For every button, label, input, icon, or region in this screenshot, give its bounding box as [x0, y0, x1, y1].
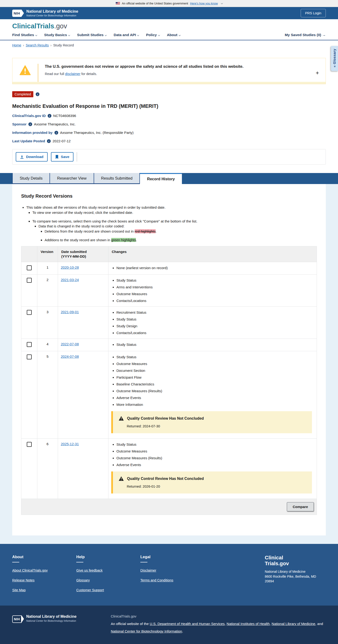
footer-link-disclaimer[interactable]: Disclaimer [140, 568, 205, 572]
official-link-u-s-department-of-health-and-human-services[interactable]: U.S. Department of Health and Human Serv… [150, 622, 225, 626]
breadcrumb: Home › Search Results › Study Record [0, 40, 338, 50]
footer-address: 8600 Rockville Pike, Bethesda, MD 20894 [265, 574, 326, 584]
version-date-link[interactable]: 2025-12-31 [61, 442, 79, 446]
tab-results-submitted[interactable]: Results Submitted [94, 173, 140, 184]
info-icon[interactable]: i [48, 114, 51, 118]
version-date-link[interactable]: 2020-10-28 [61, 266, 79, 269]
change-item: Outcome Measures (Results) [116, 456, 314, 460]
prs-login-button[interactable]: PRS Login [301, 9, 326, 17]
warning-triangle-icon [118, 416, 124, 421]
footer-columns: AboutAbout ClinicalTrials.govRelease Not… [12, 555, 265, 592]
download-button[interactable]: Download [16, 152, 48, 162]
change-item: Outcome Measures [116, 449, 314, 453]
footer-link-about-clinicaltrials-gov[interactable]: About ClinicalTrials.gov [12, 568, 76, 572]
version-checkbox[interactable] [27, 442, 32, 447]
nav-item-submit-studies[interactable]: Submit Studies [77, 33, 106, 37]
expand-banner-button[interactable]: + [309, 64, 325, 82]
version-date-link[interactable]: 2022-07-08 [61, 342, 79, 346]
version-date-link[interactable]: 2024-07-08 [61, 354, 79, 358]
qc-title: Quality Control Review Has Not Concluded [127, 416, 204, 420]
change-item: Outcome Measures [116, 362, 314, 366]
footer-link-customer-support[interactable]: Customer Support [76, 588, 140, 592]
official-website-paragraph: An official website of the U.S. Departme… [111, 620, 326, 635]
info-icon[interactable]: i [36, 92, 40, 96]
official-link-national-center-for-biotechnology-information[interactable]: National Center for Biotechnology Inform… [111, 629, 182, 633]
how-you-know-link[interactable]: Here's how you know [190, 2, 218, 5]
intro-line-2a: To view one version of the study record,… [32, 210, 317, 215]
change-item: Participant Flow [116, 375, 314, 379]
version-checkbox[interactable] [27, 310, 32, 315]
intro-line-4b: Additions to the study record are shown … [45, 238, 317, 243]
intro-line-3: Data that is changed in the study record… [39, 224, 317, 242]
disclaimer-link[interactable]: disclaimer [65, 72, 80, 76]
version-cell: 2 [37, 274, 58, 307]
footer-link-release-notes[interactable]: Release Notes [12, 578, 76, 582]
changes-cell: Study Status [108, 339, 317, 351]
version-checkbox[interactable] [27, 342, 32, 347]
breadcrumb-home[interactable]: Home [12, 43, 21, 47]
version-date-link[interactable]: 2021-03-24 [61, 278, 79, 282]
info-icon[interactable]: i [28, 122, 32, 126]
change-item: Contacts/Locations [116, 299, 314, 303]
footer-column-heading: About [12, 555, 76, 559]
change-item: Arms and Interventions [116, 285, 314, 289]
version-cell: 5 [37, 351, 58, 439]
change-item: Adverse Events [116, 396, 314, 400]
info-icon[interactable]: i [47, 139, 51, 143]
nih-logo[interactable]: NIH National Library of Medicine Nationa… [12, 9, 78, 17]
change-item: Study Design [116, 324, 314, 328]
us-flag-icon [116, 2, 120, 5]
nav-item-policy[interactable]: Policy [146, 33, 159, 37]
version-checkbox[interactable] [27, 278, 32, 283]
tab-researcher-view[interactable]: Researcher View [50, 173, 94, 184]
nlm-footer: NIH National Library of Medicine Nationa… [0, 606, 338, 644]
official-link-national-institutes-of-health[interactable]: National Institutes of Health [227, 622, 269, 626]
change-item: Baseline Characteristics [116, 382, 314, 386]
field-label: Last Update Posted [12, 139, 45, 143]
info-icon[interactable]: i [55, 131, 58, 134]
compare-button[interactable]: Compare [287, 502, 314, 511]
nav-item-data-and-api[interactable]: Data and API [114, 33, 138, 37]
change-item: Document Section [116, 368, 314, 372]
table-row: 12020-10-28None (earliest version on rec… [21, 262, 317, 274]
change-item: Outcome Measures (Results) [116, 389, 314, 393]
footer-link-glossary[interactable]: Glossary [76, 578, 140, 582]
nlm-footer-site: ClinicalTrials.gov [111, 614, 326, 618]
nav-item-find-studies[interactable]: Find Studies [12, 33, 37, 37]
version-cell: 4 [37, 339, 58, 351]
footer-link-give-us-feedback[interactable]: Give us feedback [76, 568, 140, 572]
qc-returned-date: Returned: 2026-01-20 [127, 484, 307, 488]
nlm-footer-logo[interactable]: NIH National Library of Medicine Nationa… [12, 614, 111, 635]
qc-review-callout: Quality Control Review Has Not Concluded… [111, 472, 312, 494]
actions-box: Download Save [12, 149, 326, 164]
official-link-national-library-of-medicine[interactable]: National Library of Medicine [272, 622, 315, 626]
nih-header: NIH National Library of Medicine Nationa… [0, 7, 338, 19]
change-item: Outcome Measures [116, 292, 314, 296]
study-field-information-provided-by: Information provided byiAxsome Therapeut… [12, 130, 326, 134]
breadcrumb-search-results[interactable]: Search Results [26, 43, 49, 47]
breadcrumb-separator: › [51, 43, 52, 47]
version-checkbox[interactable] [27, 266, 32, 270]
change-item: Study Status [116, 442, 314, 446]
chevron-down-icon [179, 34, 181, 36]
warning-triangle-icon [118, 476, 124, 481]
footer-link-site-map[interactable]: Site Map [12, 588, 76, 592]
version-checkbox[interactable] [27, 354, 32, 360]
qc-returned-date: Returned: 2024-07-30 [127, 424, 307, 428]
footer-link-terms-and-conditions[interactable]: Terms and Conditions [140, 578, 205, 582]
tab-study-details[interactable]: Study Details [12, 173, 50, 184]
version-date-link[interactable]: 2021-09-01 [61, 310, 79, 314]
field-label: Sponsor [12, 122, 27, 126]
clinicaltrials-logo[interactable]: ClinicalTrials.gov [12, 22, 326, 30]
nav-item-study-basics[interactable]: Study Basics [44, 33, 70, 37]
changes-cell: Recruitment StatusStudy StatusStudy Desi… [108, 307, 317, 339]
my-saved-studies-link[interactable]: My Saved Studies (0) → [285, 33, 326, 37]
chevron-down-icon [105, 34, 107, 36]
save-button[interactable]: Save [51, 152, 73, 162]
glossary-side-tab[interactable]: « Glossary [331, 46, 338, 71]
tab-record-history[interactable]: Record History [140, 173, 182, 184]
study-field-sponsor: SponsoriAxsome Therapeutics, Inc. [12, 122, 326, 126]
main-nav: Find StudiesStudy BasicsSubmit StudiesDa… [12, 33, 326, 37]
study-header: Completed i Mechanistic Evaluation of Re… [0, 84, 338, 143]
nav-item-about[interactable]: About [167, 33, 180, 37]
